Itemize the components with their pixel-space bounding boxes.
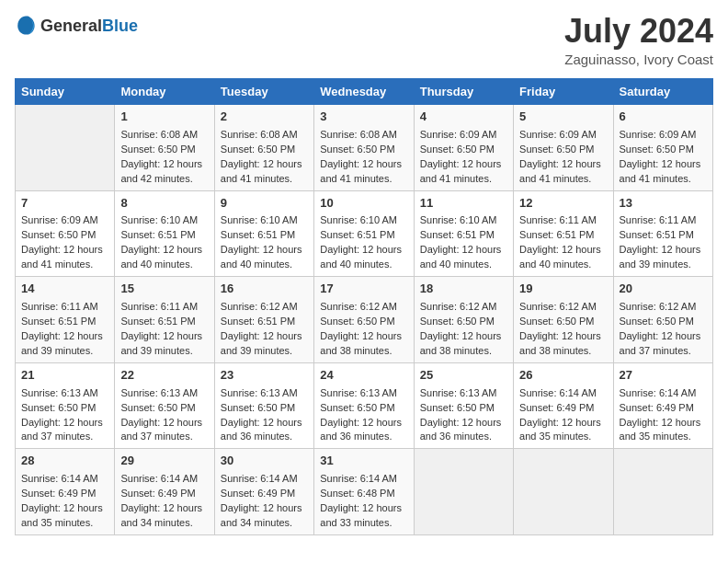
cell-4-1: 29Sunrise: 6:14 AMSunset: 6:49 PMDayligh…: [115, 449, 214, 535]
cell-2-5: 19Sunrise: 6:12 AMSunset: 6:50 PMDayligh…: [514, 277, 613, 363]
cell-1-3: 10Sunrise: 6:10 AMSunset: 6:51 PMDayligh…: [314, 190, 414, 277]
day-number: 6: [620, 109, 707, 126]
cell-4-5: [514, 449, 613, 535]
day-info: Sunrise: 6:13 AMSunset: 6:50 PMDaylight:…: [221, 387, 302, 442]
header-row: SundayMondayTuesdayWednesdayThursdayFrid…: [16, 79, 713, 105]
day-info: Sunrise: 6:09 AMSunset: 6:50 PMDaylight:…: [620, 129, 701, 184]
day-number: 28: [21, 453, 108, 470]
day-info: Sunrise: 6:08 AMSunset: 6:50 PMDaylight:…: [320, 129, 402, 184]
day-info: Sunrise: 6:13 AMSunset: 6:50 PMDaylight:…: [120, 387, 202, 442]
cell-4-6: [613, 449, 712, 535]
cell-0-1: 1Sunrise: 6:08 AMSunset: 6:50 PMDaylight…: [115, 105, 214, 191]
cell-3-1: 22Sunrise: 6:13 AMSunset: 6:50 PMDayligh…: [115, 362, 214, 449]
cell-0-0: [16, 105, 115, 191]
cell-2-4: 18Sunrise: 6:12 AMSunset: 6:50 PMDayligh…: [414, 277, 513, 363]
day-number: 31: [320, 453, 407, 470]
cell-2-2: 16Sunrise: 6:12 AMSunset: 6:51 PMDayligh…: [214, 277, 313, 363]
header-monday: Monday: [115, 79, 214, 105]
cell-1-0: 7Sunrise: 6:09 AMSunset: 6:50 PMDaylight…: [16, 190, 115, 277]
header-friday: Friday: [514, 79, 613, 105]
cell-3-2: 23Sunrise: 6:13 AMSunset: 6:50 PMDayligh…: [214, 362, 313, 449]
day-info: Sunrise: 6:12 AMSunset: 6:50 PMDaylight:…: [519, 301, 601, 356]
day-info: Sunrise: 6:09 AMSunset: 6:50 PMDaylight:…: [519, 129, 601, 184]
logo-wordmark: GeneralBlue: [40, 17, 138, 36]
day-number: 30: [221, 453, 308, 470]
day-info: Sunrise: 6:14 AMSunset: 6:49 PMDaylight:…: [21, 473, 103, 528]
cell-0-6: 6Sunrise: 6:09 AMSunset: 6:50 PMDaylight…: [613, 105, 712, 191]
day-info: Sunrise: 6:14 AMSunset: 6:49 PMDaylight:…: [120, 473, 202, 528]
cell-4-3: 31Sunrise: 6:14 AMSunset: 6:48 PMDayligh…: [314, 449, 414, 535]
page-header: GeneralBlue July 2024 Zaguinasso, Ivory …: [15, 15, 713, 67]
day-number: 10: [320, 195, 407, 213]
day-info: Sunrise: 6:12 AMSunset: 6:50 PMDaylight:…: [620, 301, 701, 356]
day-info: Sunrise: 6:12 AMSunset: 6:51 PMDaylight:…: [221, 301, 302, 356]
day-number: 14: [21, 281, 108, 298]
header-tuesday: Tuesday: [214, 79, 313, 105]
logo-blue: Blue: [102, 17, 138, 35]
title-block: July 2024 Zaguinasso, Ivory Coast: [564, 15, 713, 67]
day-number: 24: [320, 367, 407, 385]
day-info: Sunrise: 6:13 AMSunset: 6:50 PMDaylight:…: [21, 387, 103, 442]
day-info: Sunrise: 6:14 AMSunset: 6:49 PMDaylight:…: [221, 473, 302, 528]
day-number: 27: [620, 367, 707, 385]
day-number: 3: [320, 109, 407, 126]
header-saturday: Saturday: [613, 79, 712, 105]
day-number: 17: [320, 281, 407, 298]
cell-1-6: 13Sunrise: 6:11 AMSunset: 6:51 PMDayligh…: [613, 190, 712, 277]
week-row-2: 7Sunrise: 6:09 AMSunset: 6:50 PMDaylight…: [16, 190, 713, 277]
logo-general: General: [40, 17, 102, 35]
day-info: Sunrise: 6:12 AMSunset: 6:50 PMDaylight:…: [420, 301, 502, 356]
day-info: Sunrise: 6:10 AMSunset: 6:51 PMDaylight:…: [420, 214, 502, 270]
day-number: 25: [420, 367, 507, 385]
calendar-table: SundayMondayTuesdayWednesdayThursdayFrid…: [15, 78, 713, 535]
header-wednesday: Wednesday: [314, 79, 414, 105]
day-info: Sunrise: 6:14 AMSunset: 6:49 PMDaylight:…: [519, 387, 601, 442]
header-sunday: Sunday: [16, 79, 115, 105]
day-number: 7: [21, 195, 108, 213]
cell-1-1: 8Sunrise: 6:10 AMSunset: 6:51 PMDaylight…: [115, 190, 214, 277]
day-number: 5: [519, 109, 607, 126]
cell-3-6: 27Sunrise: 6:14 AMSunset: 6:49 PMDayligh…: [613, 362, 712, 449]
day-info: Sunrise: 6:14 AMSunset: 6:48 PMDaylight:…: [320, 473, 402, 528]
day-info: Sunrise: 6:11 AMSunset: 6:51 PMDaylight:…: [120, 301, 202, 356]
day-info: Sunrise: 6:10 AMSunset: 6:51 PMDaylight:…: [120, 214, 202, 270]
cell-2-0: 14Sunrise: 6:11 AMSunset: 6:51 PMDayligh…: [16, 277, 115, 363]
week-row-4: 21Sunrise: 6:13 AMSunset: 6:50 PMDayligh…: [16, 362, 713, 449]
logo-icon: [15, 15, 37, 37]
logo: GeneralBlue: [15, 15, 138, 37]
day-info: Sunrise: 6:09 AMSunset: 6:50 PMDaylight:…: [21, 214, 103, 270]
day-number: 21: [21, 367, 108, 385]
day-number: 19: [519, 281, 607, 298]
cell-4-4: [414, 449, 513, 535]
cell-3-4: 25Sunrise: 6:13 AMSunset: 6:50 PMDayligh…: [414, 362, 513, 449]
cell-0-3: 3Sunrise: 6:08 AMSunset: 6:50 PMDaylight…: [314, 105, 414, 191]
day-info: Sunrise: 6:08 AMSunset: 6:50 PMDaylight:…: [120, 129, 202, 184]
day-number: 8: [120, 195, 208, 213]
cell-4-0: 28Sunrise: 6:14 AMSunset: 6:49 PMDayligh…: [16, 449, 115, 535]
day-info: Sunrise: 6:11 AMSunset: 6:51 PMDaylight:…: [21, 301, 103, 356]
day-info: Sunrise: 6:08 AMSunset: 6:50 PMDaylight:…: [221, 129, 302, 184]
day-number: 4: [420, 109, 507, 126]
day-info: Sunrise: 6:13 AMSunset: 6:50 PMDaylight:…: [420, 387, 502, 442]
day-number: 29: [120, 453, 208, 470]
header-thursday: Thursday: [414, 79, 513, 105]
day-number: 12: [519, 195, 607, 213]
cell-3-0: 21Sunrise: 6:13 AMSunset: 6:50 PMDayligh…: [16, 362, 115, 449]
day-number: 11: [420, 195, 507, 213]
day-info: Sunrise: 6:10 AMSunset: 6:51 PMDaylight:…: [221, 214, 302, 270]
cell-0-4: 4Sunrise: 6:09 AMSunset: 6:50 PMDaylight…: [414, 105, 513, 191]
cell-3-5: 26Sunrise: 6:14 AMSunset: 6:49 PMDayligh…: [514, 362, 613, 449]
cell-0-5: 5Sunrise: 6:09 AMSunset: 6:50 PMDaylight…: [514, 105, 613, 191]
day-info: Sunrise: 6:11 AMSunset: 6:51 PMDaylight:…: [519, 214, 601, 270]
day-info: Sunrise: 6:12 AMSunset: 6:50 PMDaylight:…: [320, 301, 402, 356]
day-number: 15: [120, 281, 208, 298]
month-title: July 2024: [564, 15, 713, 48]
cell-1-5: 12Sunrise: 6:11 AMSunset: 6:51 PMDayligh…: [514, 190, 613, 277]
day-number: 18: [420, 281, 507, 298]
week-row-5: 28Sunrise: 6:14 AMSunset: 6:49 PMDayligh…: [16, 449, 713, 535]
day-number: 20: [620, 281, 707, 298]
day-number: 26: [519, 367, 607, 385]
cell-4-2: 30Sunrise: 6:14 AMSunset: 6:49 PMDayligh…: [214, 449, 313, 535]
day-number: 1: [120, 109, 208, 126]
day-number: 16: [221, 281, 308, 298]
